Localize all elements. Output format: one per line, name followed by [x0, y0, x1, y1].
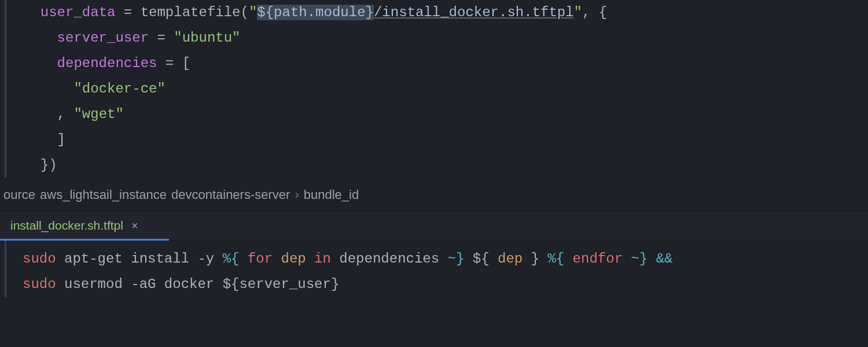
interpolation-highlight: ${path.module} [257, 5, 374, 20]
code-line: }) [24, 153, 868, 178]
attribute-name: user_data [41, 5, 116, 20]
code-line: server_user = "ubuntu" [24, 25, 868, 51]
tab-bar: install_docker.sh.tftpl × [0, 212, 868, 241]
code-line: ] [24, 127, 868, 153]
code-line: sudo usermod -aG docker ${server_user} [6, 272, 868, 297]
breadcrumb[interactable]: ource aws_lightsail_instance devcontaine… [0, 178, 868, 212]
code-line: user_data = templatefile("${path.module}… [24, 0, 868, 25]
editor-pane-top[interactable]: user_data = templatefile("${path.module}… [5, 0, 868, 178]
breadcrumb-segment[interactable]: aws_lightsail_instance [40, 183, 167, 206]
breadcrumb-segment[interactable]: bundle_id [304, 183, 359, 206]
code-line: "docker-ce" [24, 76, 868, 102]
breadcrumb-segment[interactable]: devcontainers-server [171, 183, 290, 206]
editor-pane-bottom[interactable]: sudo apt-get install -y %{ for dep in de… [5, 241, 868, 297]
chevron-right-icon: › [295, 183, 299, 206]
code-line: sudo apt-get install -y %{ for dep in de… [6, 246, 868, 272]
tab-install-docker[interactable]: install_docker.sh.tftpl × [0, 212, 149, 240]
active-tab-indicator [0, 239, 169, 241]
close-icon[interactable]: × [131, 215, 138, 236]
code-line: , "wget" [24, 102, 868, 127]
code-line: dependencies = [ [24, 51, 868, 76]
breadcrumb-segment[interactable]: ource [3, 183, 35, 206]
tab-label: install_docker.sh.tftpl [10, 215, 123, 237]
